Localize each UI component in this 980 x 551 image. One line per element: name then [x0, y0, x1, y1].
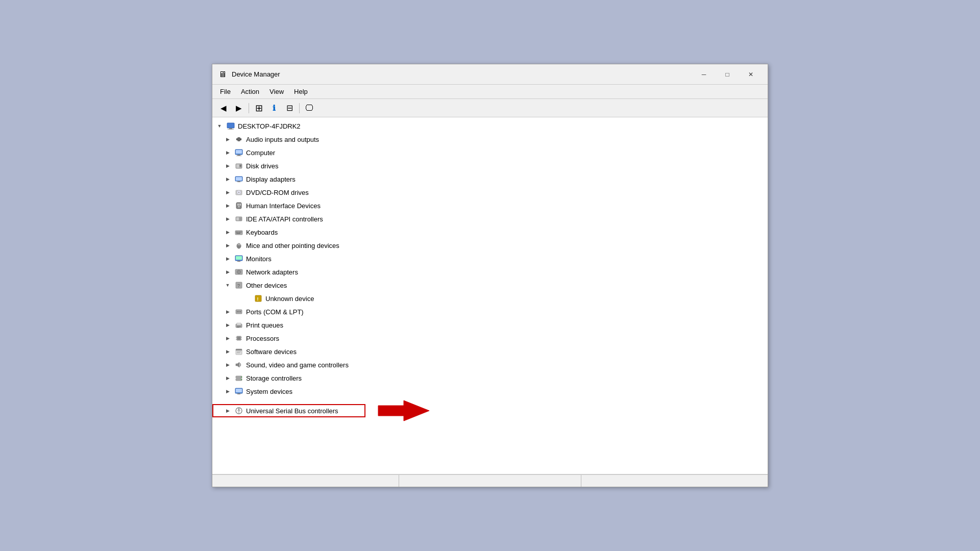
- svg-rect-35: [239, 243, 240, 245]
- svg-rect-19: [236, 203, 241, 209]
- sound-chevron: ▶: [224, 361, 232, 369]
- svg-point-50: [238, 311, 239, 312]
- menu-file[interactable]: File: [215, 86, 236, 97]
- red-arrow-svg: [373, 398, 429, 423]
- mice-label: Mice and other pointing devices: [246, 242, 339, 249]
- tree-item-storage[interactable]: ▶ Storage controllers: [212, 371, 768, 385]
- tree-item-other[interactable]: ▼ ? Other devices: [212, 279, 768, 292]
- tree-item-monitors[interactable]: ▶ Monitors: [212, 252, 768, 265]
- tree-item-sound[interactable]: ▶ Sound, video and game controllers: [212, 358, 768, 371]
- svg-rect-38: [236, 256, 242, 260]
- svg-rect-72: [236, 389, 242, 392]
- sound-icon: [234, 360, 243, 369]
- sound-label: Sound, video and game controllers: [246, 361, 349, 369]
- minimize-button[interactable]: ─: [692, 67, 716, 82]
- svg-text:!: !: [257, 296, 259, 302]
- tree-item-computer[interactable]: ▶ Computer: [212, 146, 768, 159]
- svg-rect-26: [239, 219, 241, 220]
- svg-rect-63: [236, 349, 242, 350]
- status-bar: [212, 474, 768, 487]
- svg-rect-3: [237, 137, 240, 141]
- separator-1: [249, 103, 249, 113]
- svg-rect-57: [237, 337, 240, 340]
- svg-marker-66: [236, 362, 239, 367]
- svg-rect-1: [229, 128, 232, 129]
- tree-item-keyboards[interactable]: ▶ Keyboards: [212, 226, 768, 239]
- window-icon: 🖥: [217, 69, 228, 80]
- tree-item-processors[interactable]: ▶ Processors: [212, 332, 768, 345]
- info-button[interactable]: ℹ: [267, 102, 281, 115]
- device-tree[interactable]: ▼ DESKTOP-4FJDRK2 ▶ Audio inputs and out…: [212, 117, 768, 474]
- processors-chevron: ▶: [224, 334, 232, 342]
- svg-rect-0: [227, 123, 234, 128]
- menu-bar: File Action View Help: [212, 85, 768, 99]
- tree-item-mice[interactable]: ▶ Mice and other pointing devices: [212, 239, 768, 252]
- monitor-button[interactable]: 🖵: [302, 102, 316, 115]
- forward-button[interactable]: ▶: [232, 102, 246, 115]
- svg-rect-34: [238, 243, 239, 245]
- root-chevron: ▼: [215, 122, 224, 130]
- table-button[interactable]: ⊟: [282, 102, 297, 115]
- ports-chevron: ▶: [224, 308, 232, 316]
- tree-item-ports[interactable]: ▶ Ports (COM & LPT): [212, 305, 768, 318]
- mice-chevron: ▶: [224, 241, 232, 249]
- svg-rect-5: [240, 138, 241, 140]
- menu-view[interactable]: View: [264, 86, 289, 97]
- svg-point-70: [241, 379, 242, 380]
- ports-label: Ports (COM & LPT): [246, 308, 304, 316]
- audio-chevron: ▶: [224, 135, 232, 143]
- svg-point-76: [238, 409, 240, 410]
- root-icon: [226, 121, 235, 131]
- svg-rect-15: [237, 181, 240, 182]
- svg-rect-9: [236, 156, 241, 156]
- back-button[interactable]: ◀: [216, 102, 231, 115]
- menu-help[interactable]: Help: [289, 86, 313, 97]
- dvd-label: DVD/CD-ROM drives: [246, 189, 309, 196]
- maximize-button[interactable]: □: [716, 67, 739, 82]
- audio-icon: [234, 135, 243, 144]
- svg-rect-73: [237, 393, 240, 394]
- dvd-chevron: ▶: [224, 188, 232, 196]
- tree-item-software[interactable]: ▶ Software devices: [212, 345, 768, 358]
- tree-item-system[interactable]: ▶ System devices: [212, 385, 768, 398]
- keyboards-chevron: ▶: [224, 228, 232, 236]
- menu-action[interactable]: Action: [236, 86, 264, 97]
- title-bar: 🖥 Device Manager ─ □ ✕: [212, 64, 768, 85]
- storage-chevron: ▶: [224, 374, 232, 382]
- tree-item-hid[interactable]: ▶ Human Interface Devices: [212, 199, 768, 212]
- display-label: Display adapters: [246, 176, 296, 183]
- hid-chevron: ▶: [224, 202, 232, 210]
- tree-item-dvd[interactable]: ▶ DVD/CD-ROM drives: [212, 186, 768, 199]
- tree-item-audio[interactable]: ▶ Audio inputs and outputs: [212, 133, 768, 146]
- print-label: Print queues: [246, 321, 283, 329]
- tree-item-unknown[interactable]: ! Unknown device: [212, 292, 768, 305]
- tree-item-usb[interactable]: ▶ Universal Serial Bus controllers: [212, 404, 365, 417]
- grid-view-button[interactable]: ⊞: [252, 102, 266, 115]
- svg-rect-31: [240, 232, 241, 233]
- svg-rect-24: [236, 217, 239, 220]
- svg-rect-2: [228, 129, 234, 130]
- ide-icon: [234, 214, 243, 223]
- device-manager-window: 🖥 Device Manager ─ □ ✕ File Action View …: [212, 64, 768, 487]
- disk-label: Disk drives: [246, 162, 279, 170]
- tree-item-display[interactable]: ▶ Display adapters: [212, 172, 768, 186]
- status-section-2: [399, 475, 582, 487]
- tree-item-ide[interactable]: ▶ IDE ATA/ATAPI controllers: [212, 212, 768, 226]
- software-icon: [234, 347, 243, 356]
- monitors-chevron: ▶: [224, 255, 232, 263]
- root-label: DESKTOP-4FJDRK2: [238, 122, 301, 130]
- svg-rect-64: [237, 352, 241, 352]
- tree-item-disk[interactable]: ▶ Disk drives: [212, 159, 768, 172]
- svg-rect-29: [237, 232, 238, 233]
- audio-label: Audio inputs and outputs: [246, 136, 319, 143]
- tree-item-print[interactable]: ▶ Print queues: [212, 318, 768, 332]
- tree-root[interactable]: ▼ DESKTOP-4FJDRK2: [212, 119, 768, 133]
- ports-icon: [234, 307, 243, 316]
- close-button[interactable]: ✕: [739, 67, 763, 82]
- tree-item-network[interactable]: ▶ Network adapters: [212, 265, 768, 279]
- disk-chevron: ▶: [224, 162, 232, 170]
- svg-point-49: [237, 311, 238, 312]
- network-icon: [234, 267, 243, 277]
- separator-2: [299, 103, 300, 113]
- ide-label: IDE ATA/ATAPI controllers: [246, 215, 323, 223]
